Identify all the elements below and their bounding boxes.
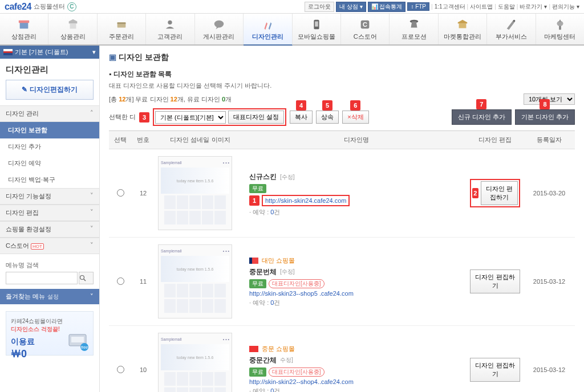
top-link-sitemap[interactable]: 사이트맵 [470,3,493,11]
svg-point-5 [168,21,172,24]
nav-board[interactable]: 게시판관리 [195,14,244,44]
topbar-right: 로그아웃 내 상점 ▾ 📊 접속통계 ↕ FTP | 1:1고객센터| 사이트맵… [305,2,579,12]
page-title: ▣디자인 보관함 [109,52,575,67]
nav-cstore[interactable]: CC스토어 [341,14,390,44]
svg-rect-14 [559,26,561,30]
th-select: 선택 [109,131,132,149]
top-link-help[interactable]: 도움말 [498,3,515,11]
top-link-shortcut[interactable]: 바로가기 [520,3,542,11]
svg-rect-4 [117,22,126,24]
topbar: cafe24 쇼핑몰센터 C 로그아웃 내 상점 ▾ 📊 접속통계 ↕ FTP … [0,0,584,14]
svg-point-6 [214,21,224,28]
row-radio[interactable] [117,366,124,373]
thumb-icon: Samplemall• • • today new item 1.5.6 [158,156,232,230]
free-badge: 무료 [249,368,266,377]
copy-button[interactable]: 복사 [290,111,313,124]
menu-search-input[interactable] [6,272,78,284]
nav-market[interactable]: 마켓통합관리 [439,14,487,44]
design-name: 중문간체 [249,356,277,365]
nav-addon[interactable]: 부가서비스 [487,14,536,44]
inherit-button[interactable]: 상속 [316,111,339,124]
design-name: 중문번체 [249,267,277,277]
menu-search-button[interactable] [79,272,94,284]
ftp-button[interactable]: ↕ FTP [407,2,429,11]
sidebar-item-add[interactable]: 디자인 추가 [0,138,99,155]
side-sec-cstore[interactable]: C스토어HOT˅ [0,238,99,254]
design-edit-button[interactable]: ✎ 디자인편집하기 [6,80,94,100]
row-radio[interactable] [117,189,124,197]
nav-store[interactable]: 상점관리 [0,14,48,44]
flag-tw-icon [249,258,258,264]
reserve-text: · 예약 : 0건 [249,299,463,307]
badge-4: 4 [296,100,306,111]
row-edit-button[interactable]: 디자인 편집하기 [470,270,520,293]
sidebar-item-reserve[interactable]: 디자인 예약 [0,155,99,172]
sidebar-item-backup[interactable]: 디자인 백업·복구 [0,172,99,188]
sub-title: ▪ 디자인 보관함 목록 [109,70,575,79]
base-design-button[interactable]: 기본 디자인 추가 [515,109,575,125]
set-rep-button[interactable]: 대표디자인 설정 [228,111,284,124]
row-num: 12 [132,149,155,238]
svg-rect-2 [70,23,76,28]
row-radio[interactable] [117,277,124,285]
nav-order[interactable]: 주문관리 [98,14,146,44]
nav-design[interactable]: 디자인관리 [244,14,292,46]
side-sec-env[interactable]: 쇼핑몰 환경설정˅ [0,221,99,238]
sidebar-heading: 디자인관리 [0,59,99,80]
svg-rect-12 [459,23,467,28]
th-date: 등록일자 [524,131,575,149]
redbox-default: 기본 (디폴트)[기본] 대표디자인 설정 [153,108,286,126]
svg-rect-1 [19,21,29,23]
svg-rect-0 [20,22,29,28]
nav-promo[interactable]: 프로모션 [390,14,438,44]
stats-button[interactable]: 📊 접속통계 [368,2,406,12]
row-edit-button[interactable]: 디자인 편집하기 [481,181,518,205]
design-url[interactable]: http://skin-skin24.cafe24.com [262,195,350,206]
sidebar-item-archive[interactable]: 디자인 보관함 [0,122,99,138]
svg-text:free: free [81,345,88,349]
delete-button[interactable]: ×삭제 [342,111,368,124]
reserve-text: · 예약 : 0건 [249,387,463,393]
menu-search-label: 메뉴명 검색 [0,258,99,272]
mystore-button[interactable]: 내 상점 ▾ [336,2,366,12]
row-edit-button[interactable]: 디자인 편집하기 [470,358,520,382]
nav-marketing[interactable]: 마케팅센터 [536,14,584,44]
reserve-text: · 예약 : 0건 [249,208,463,217]
logo-brand: cafe24 [5,2,31,12]
side-sec-edit[interactable]: 디자인 편집˅ [0,205,99,221]
design-url[interactable]: http://skin-skin23--shop5 .cafe24.com [249,290,354,297]
logo-sub: 쇼핑몰센터 [34,2,65,11]
flag-kr-icon [3,49,13,55]
rep-badge: 대표디자인[사용중] [269,368,325,377]
default-design-select[interactable]: 기본 (디폴트)[기본] [155,111,226,124]
side-sec-feature[interactable]: 디자인 기능설정˅ [0,188,99,205]
rep-badge: 대표디자인[사용중] [269,279,325,288]
logout-button[interactable]: 로그아웃 [305,2,334,12]
row-num: 10 [132,326,155,393]
badge-5: 5 [322,100,332,111]
badge-1: 1 [249,195,259,206]
side-sec-design-mgmt[interactable]: 디자인 관리˄ [0,105,99,122]
main-nav: 상점관리 상품관리 주문관리 고객관리 게시판관리 디자인관리 모바일쇼핑몰 C… [0,14,584,46]
sidebar-ad[interactable]: 카페24쇼핑몰이라면 디자인소스 걱정끝! 이용료￦0 free [6,311,94,356]
sidebar-store-selector[interactable]: 기본 [기본 (디폴트) ▾ [0,46,99,59]
row-date: 2015-03-12 [524,238,575,326]
design-url[interactable]: http://skin-skin22--shop4..cafe24.com [249,378,354,385]
selected-label: 선택한 디 [109,113,136,121]
favorite-menu[interactable]: 즐겨찾는 메뉴 설정 ˅ [0,289,99,304]
top-link-util[interactable]: 편의기능 [552,3,575,11]
top-link-cs[interactable]: 1:1고객센터 [435,3,465,11]
nav-mobile[interactable]: 모바일쇼핑몰 [293,14,341,44]
free-badge: 무료 [249,184,266,193]
badge-2: 2 [472,188,478,198]
nav-customer[interactable]: 고객관리 [146,14,194,44]
design-table: 선택 번호 디자인 섬네일 이미지 디자인명 디자인 편집 등록일자 12 Sa… [109,130,575,392]
nav-product[interactable]: 상품관리 [48,14,97,44]
badge-3: 3 [139,112,149,122]
count-text: [총 12개] 무료 디자인 12개, 유료 디자인 0개 [109,95,232,104]
side-menu-design: 디자인 보관함 디자인 추가 디자인 예약 디자인 백업·복구 [0,122,99,188]
badge-8: 8 [540,99,550,109]
svg-rect-8 [315,22,318,27]
sub-desc: 대표 디자인으로 사용할 디자인을 선택해 주시기 바랍니다. [109,81,575,90]
new-design-button[interactable]: 신규 디자인 추가 [452,109,512,125]
